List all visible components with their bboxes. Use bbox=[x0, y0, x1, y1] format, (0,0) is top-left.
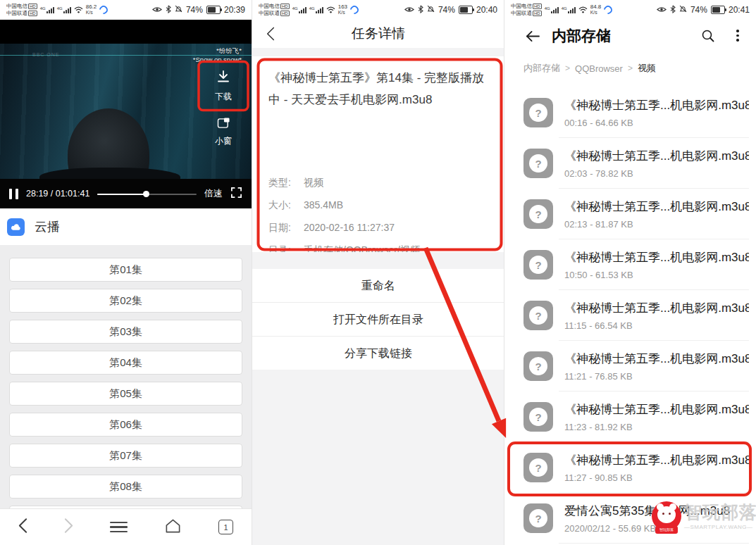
back-button[interactable] bbox=[266, 26, 275, 44]
clock: 20:39 bbox=[224, 5, 245, 15]
breadcrumb-folder[interactable]: QQBrowser bbox=[575, 63, 623, 74]
video-player[interactable]: BBC ONE *纷纷飞* *Snow on snow* 0B/S 下载 小窗 … bbox=[0, 20, 252, 208]
episode-list: 第01集 第02集 第03集 第04集 第05集 第06集 第07集 第08集 … bbox=[0, 245, 252, 508]
signal-icon: 4G bbox=[40, 6, 54, 13]
file-row-highlighted[interactable]: ? 《神秘博士第五季...机电影网.m3u811:27 - 90.85 KB bbox=[504, 442, 756, 493]
file-meta: 02:03 - 78.82 KB bbox=[564, 168, 749, 179]
sync-icon bbox=[98, 4, 110, 16]
field-value: 385.4MB bbox=[304, 199, 343, 211]
file-name: 《神秘博士第五季...机电影网.m3u8 bbox=[564, 351, 749, 367]
progress-time: 28:19 / 01:01:41 bbox=[26, 189, 89, 199]
file-row[interactable]: ? 《神秘博士第五季...机电影网.m3u802:03 - 78.82 KB bbox=[504, 138, 756, 189]
search-icon[interactable] bbox=[701, 29, 715, 46]
episode-button[interactable]: 第08集 bbox=[9, 475, 242, 499]
file-meta: 11:15 - 66.54 KB bbox=[564, 320, 749, 331]
download-button[interactable]: 下载 bbox=[206, 69, 240, 103]
video-player-screen: 中国电信HD 中国联通HD 4G 4G 86.2K/s 74% 20:39 bbox=[0, 0, 252, 545]
signal-icon: 4G bbox=[545, 6, 559, 13]
pause-button[interactable] bbox=[9, 189, 18, 199]
pip-window-button[interactable]: 小窗 bbox=[206, 117, 240, 147]
file-name: 《神秘博士第五季...机电影网.m3u8 bbox=[564, 199, 749, 215]
share-link-button[interactable]: 分享下载链接 bbox=[252, 337, 504, 370]
file-row[interactable]: ? 《神秘博士第五季...机电影网.m3u802:13 - 81.87 KB bbox=[504, 189, 756, 239]
download-icon bbox=[216, 69, 231, 87]
episode-button[interactable]: 第04集 bbox=[9, 351, 242, 375]
pip-icon bbox=[217, 117, 230, 132]
episode-button[interactable]: 第01集 bbox=[9, 258, 242, 282]
episode-button[interactable]: 第05集 bbox=[9, 382, 242, 406]
signal-icon: 4G bbox=[57, 6, 71, 13]
file-row[interactable]: ? 《神秘博士第五季...机电影网.m3u810:50 - 61.53 KB bbox=[504, 239, 756, 290]
task-file-name: 《神秘博士第五季》第14集 - 完整版播放中 - 天天爱去手机电影网.m3u8 bbox=[268, 67, 491, 111]
fullscreen-icon[interactable] bbox=[230, 187, 242, 201]
storage-screen: 中国电信HD 中国联通HD 4G 4G 84.8K/s 74% 20:41 内部… bbox=[504, 0, 756, 545]
file-name: 《神秘博士第五季...机电影网.m3u8 bbox=[564, 97, 749, 113]
field-label: 大小: bbox=[268, 199, 298, 211]
forward-button[interactable] bbox=[64, 518, 73, 537]
open-folder-button[interactable]: 打开文件所在目录 bbox=[252, 303, 504, 337]
carrier-labels: 中国电信HD 中国联通HD bbox=[511, 3, 542, 17]
channel-watermark: BBC ONE bbox=[32, 52, 60, 57]
network-speed: 84.8K/s bbox=[590, 4, 602, 15]
seek-bar[interactable] bbox=[97, 190, 197, 197]
task-actions: 重命名 打开文件所在目录 分享下载链接 bbox=[252, 269, 504, 370]
unknown-file-icon: ? bbox=[523, 402, 553, 432]
playback-speed-button[interactable]: 倍速 bbox=[204, 187, 223, 200]
unknown-file-icon: ? bbox=[523, 250, 553, 280]
unknown-file-icon: ? bbox=[523, 199, 553, 229]
episode-button[interactable]: 第07集 bbox=[9, 444, 242, 468]
menu-button[interactable] bbox=[110, 522, 128, 533]
carrier-labels: 中国电信HD 中国联通HD bbox=[259, 3, 290, 17]
field-value: 视频 bbox=[304, 176, 323, 189]
browser-nav-bar: 1 bbox=[0, 508, 252, 545]
file-meta: 2020/02/12 - 55.69 KB bbox=[564, 523, 730, 534]
signal-icon: 4G bbox=[562, 6, 576, 13]
file-row[interactable]: ? 《神秘博士第五季...机电影网.m3u811:15 - 66.54 KB bbox=[504, 290, 756, 341]
file-meta: 10:50 - 61.53 KB bbox=[564, 270, 749, 280]
file-meta: 11:21 - 76.85 KB bbox=[564, 371, 749, 382]
wifi-icon bbox=[326, 4, 335, 16]
file-row[interactable]: ? 《神秘博士第五季...机电影网.m3u800:16 - 64.66 KB bbox=[504, 87, 756, 138]
file-name: 《神秘博士第五季...机电影网.m3u8 bbox=[564, 300, 749, 316]
file-row[interactable]: ? 爱情公寓5第35集...影网...m3u82020/02/12 - 55.6… bbox=[504, 493, 756, 544]
cloud-play-icon bbox=[7, 218, 25, 236]
seek-handle[interactable] bbox=[143, 191, 149, 197]
episode-button[interactable]: 第06集 bbox=[9, 413, 242, 437]
mute-bell-icon bbox=[427, 5, 435, 15]
hd-badge: HD bbox=[28, 4, 37, 9]
more-menu-icon[interactable] bbox=[735, 28, 740, 43]
file-name: 爱情公寓5第35集...影网...m3u8 bbox=[564, 503, 730, 519]
file-list: ? 《神秘博士第五季...机电影网.m3u800:16 - 64.66 KB ?… bbox=[504, 87, 756, 544]
unknown-file-icon: ? bbox=[523, 149, 553, 178]
file-row[interactable]: ? 《神秘博士第五季...机电影网.m3u811:23 - 81.92 KB bbox=[504, 391, 756, 442]
file-name: 《神秘博士第五季...机电影网.m3u8 bbox=[564, 401, 749, 418]
unknown-file-icon: ? bbox=[523, 503, 553, 533]
cloud-play-label: 云播 bbox=[35, 218, 60, 235]
hd-badge: HD bbox=[28, 11, 37, 16]
video-frame: BBC ONE *纷纷飞* *Snow on snow* 0B/S bbox=[0, 44, 252, 179]
rename-button[interactable]: 重命名 bbox=[252, 269, 504, 303]
battery-percent: 74% bbox=[690, 5, 707, 15]
sync-icon bbox=[349, 4, 361, 16]
tabs-button[interactable]: 1 bbox=[218, 520, 233, 534]
network-speed: 86.2K/s bbox=[86, 4, 97, 15]
status-bar: 中国电信HD 中国联通HD 4G 4G 84.8K/s 74% 20:41 bbox=[504, 0, 756, 20]
mute-bell-icon bbox=[175, 5, 182, 15]
page-title: 任务详情 bbox=[252, 20, 504, 48]
unknown-file-icon: ? bbox=[523, 351, 553, 381]
hd-badge: HD bbox=[533, 4, 542, 9]
subtitle-text: *纷纷飞* *Snow on snow* bbox=[193, 46, 242, 64]
wifi-icon bbox=[74, 4, 83, 16]
back-arrow-button[interactable] bbox=[525, 30, 541, 45]
mute-bell-icon bbox=[679, 5, 687, 15]
bluetooth-icon bbox=[670, 5, 676, 15]
breadcrumb-root[interactable]: 内部存储 bbox=[523, 62, 560, 75]
home-button[interactable] bbox=[164, 517, 182, 537]
episode-button[interactable]: 第02集 bbox=[9, 289, 242, 313]
file-row[interactable]: ? 《神秘博士第五季...机电影网.m3u811:21 - 76.85 KB bbox=[504, 341, 756, 391]
field-label: 日期: bbox=[268, 221, 298, 234]
episode-button[interactable]: 第03集 bbox=[9, 320, 242, 344]
cloud-play-row[interactable]: 云播 bbox=[0, 208, 252, 245]
battery-icon bbox=[459, 6, 473, 14]
back-button[interactable] bbox=[18, 518, 27, 537]
